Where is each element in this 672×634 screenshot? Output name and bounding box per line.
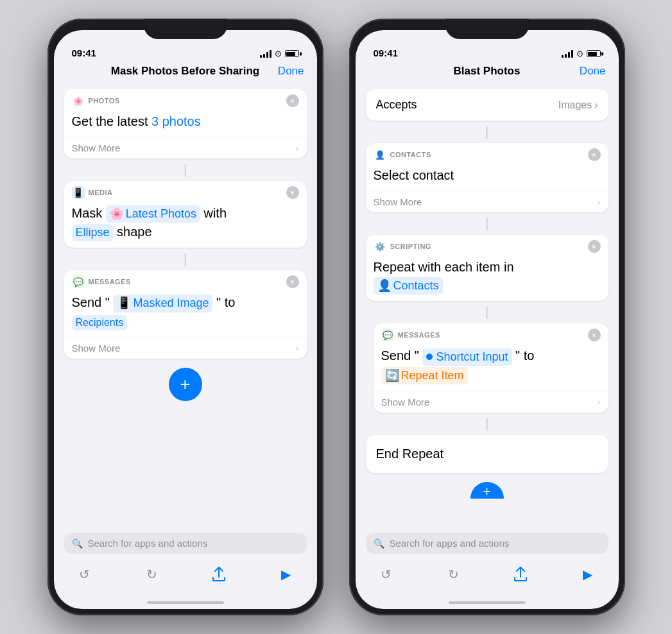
scripting-card-header: ⚙️ SCRIPTING × (366, 235, 608, 255)
contacts-body: Select contact (366, 164, 608, 191)
token-repeat-item[interactable]: 🔄 Repeat Item (381, 367, 468, 384)
messages-category: 💬 MESSAGES (72, 275, 131, 288)
nav-title-1: Mask Photos Before Sharing (111, 65, 259, 78)
connector-5: | (366, 305, 608, 320)
messages-show-more[interactable]: Show More › (64, 337, 307, 359)
messages2-body-prefix: Send " (381, 348, 423, 363)
search-bar-1[interactable]: 🔍 Search for apps and actions (64, 533, 307, 554)
undo-btn-1[interactable]: ↺ (73, 563, 96, 586)
toolbar-1: ↺ ↻ ▶ (54, 559, 317, 599)
search-bar-2[interactable]: 🔍 Search for apps and actions (366, 533, 608, 554)
photos-close[interactable]: × (286, 94, 299, 107)
photos-body-highlight[interactable]: 3 photos (151, 114, 201, 128)
contacts-show-more-text: Show More (374, 196, 422, 207)
token-ellipse[interactable]: Ellipse (72, 224, 114, 241)
toolbar-2: ↺ ↻ ▶ (356, 559, 619, 599)
photos-category: 🌸 PHOTOS (72, 94, 120, 107)
token-shortcut-input[interactable]: Shortcut Input (422, 348, 512, 366)
scripting-body-prefix: Repeat with each item in (374, 260, 514, 274)
home-indicator-1 (147, 601, 224, 604)
messages-chevron: › (296, 343, 299, 353)
photos-show-more-text: Show More (72, 142, 121, 153)
media-icon: 📱 (72, 186, 85, 199)
status-time-1: 09:41 (72, 47, 96, 58)
messages2-body: Send " Shortcut Input " to 🔄 Repeat Item (374, 344, 608, 391)
scripting-category: ⚙️ SCRIPTING (374, 240, 431, 253)
scripting-close[interactable]: × (588, 240, 601, 253)
messages-body-prefix: Send " (72, 295, 114, 309)
signal-icon-2 (562, 50, 573, 58)
share-btn-1[interactable] (207, 563, 230, 586)
media-body-prefix: Mask (72, 206, 106, 220)
content-1: 🌸 PHOTOS × Get the latest 3 photos Show … (54, 84, 317, 529)
connector-3: | (366, 124, 608, 139)
connector-6: | (366, 416, 608, 431)
battery-icon-1 (285, 50, 299, 57)
messages-card2-header: 💬 MESSAGES × (374, 323, 608, 344)
token-recipients[interactable]: Recipients (72, 315, 128, 330)
photos-chevron: › (296, 143, 299, 153)
redo-btn-1[interactable]: ↻ (140, 563, 163, 586)
messages2-show-more-text: Show More (381, 397, 430, 407)
messages2-body-middle: " to (512, 348, 535, 363)
contacts-show-more[interactable]: Show More › (366, 191, 608, 212)
messages2-chevron: › (598, 397, 601, 407)
token-contacts[interactable]: 👤 Contacts (374, 277, 443, 295)
contacts-chevron: › (598, 197, 601, 207)
wifi-icon-2: ⊙ (576, 49, 583, 58)
messages-card-2: 💬 MESSAGES × Send " Shortcut Input " to … (374, 323, 608, 413)
connector-4: | (366, 216, 608, 231)
media-label: MEDIA (89, 189, 113, 196)
accepts-chevron: › (594, 99, 598, 111)
undo-btn-2[interactable]: ↺ (375, 563, 398, 586)
messages2-label: MESSAGES (398, 331, 440, 339)
photos-show-more[interactable]: Show More › (64, 137, 307, 158)
screen-1: 09:41 ⊙ Mask Photos Before Sharing Done (54, 30, 317, 609)
media-close[interactable]: × (286, 186, 299, 199)
media-body-middle: with (200, 206, 227, 220)
add-button-2-partial[interactable]: + (470, 482, 504, 499)
contacts-close[interactable]: × (588, 148, 601, 161)
messages-card: 💬 MESSAGES × Send " 📱 Masked Image " to … (64, 270, 307, 359)
token-latest-photos[interactable]: 🌸 Latest Photos (106, 205, 200, 223)
photos-icon: 🌸 (72, 94, 85, 107)
media-card: 📱 MEDIA × Mask 🌸 Latest Photos with Elli… (64, 181, 307, 248)
accepts-label: Accepts (376, 98, 417, 112)
nav-done-2[interactable]: Done (580, 65, 606, 78)
photos-card: 🌸 PHOTOS × Get the latest 3 photos Show … (64, 89, 307, 158)
end-repeat-bar: End Repeat (366, 435, 608, 473)
search-icon-1: 🔍 (72, 538, 83, 549)
search-text-1: Search for apps and actions (88, 538, 208, 549)
play-btn-1[interactable]: ▶ (274, 563, 297, 586)
status-icons-2: ⊙ (562, 49, 601, 58)
contacts-card: 👤 CONTACTS × Select contact Show More › (366, 143, 608, 212)
wifi-icon-1: ⊙ (275, 49, 282, 58)
phone-1: 09:41 ⊙ Mask Photos Before Sharing Done (47, 19, 323, 615)
messages2-category: 💬 MESSAGES (381, 329, 440, 341)
accepts-value[interactable]: Images › (558, 99, 598, 111)
messages-label: MESSAGES (89, 278, 131, 286)
messages2-show-more[interactable]: Show More › (374, 391, 608, 413)
nav-title-2: Blast Photos (454, 65, 521, 78)
messages2-icon: 💬 (381, 329, 394, 341)
media-category: 📱 MEDIA (72, 186, 113, 199)
add-button-1[interactable]: + (169, 368, 202, 401)
play-btn-2[interactable]: ▶ (576, 563, 599, 586)
battery-icon-2 (587, 50, 601, 57)
messages2-close[interactable]: × (588, 329, 601, 341)
nav-done-1[interactable]: Done (278, 65, 304, 78)
contacts-card-header: 👤 CONTACTS × (366, 143, 608, 164)
messages-card-header: 💬 MESSAGES × (64, 270, 307, 291)
end-repeat-label: End Repeat (376, 447, 444, 461)
token-masked-image[interactable]: 📱 Masked Image (113, 295, 212, 312)
share-btn-2[interactable] (509, 563, 532, 586)
messages-close[interactable]: × (286, 275, 299, 288)
accepts-value-text: Images (558, 99, 592, 111)
media-card-header: 📱 MEDIA × (64, 181, 307, 201)
redo-btn-2[interactable]: ↻ (442, 563, 465, 586)
contacts-label: CONTACTS (390, 151, 431, 158)
nav-bar-2: Blast Photos Done (356, 62, 619, 84)
connector-1: | (64, 162, 307, 177)
notch-2 (445, 19, 529, 39)
scripting-label: SCRIPTING (390, 243, 431, 250)
